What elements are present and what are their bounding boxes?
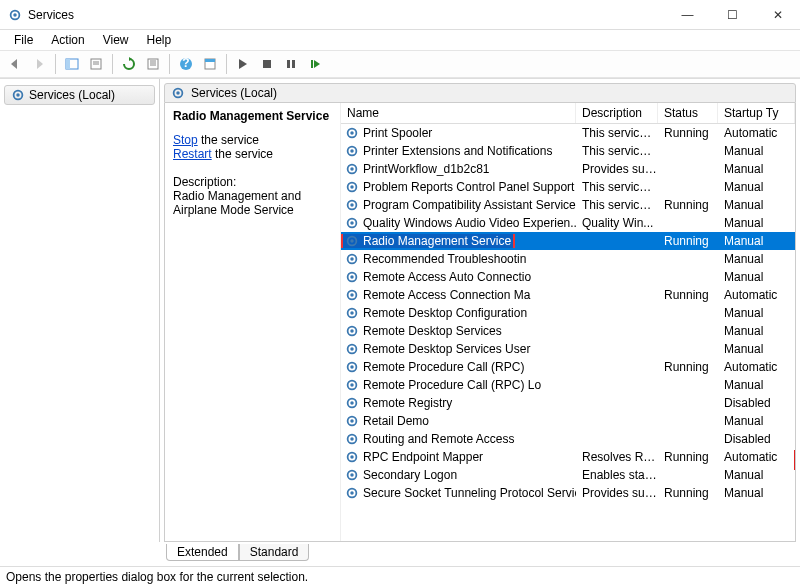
cell-status: Running bbox=[658, 360, 718, 374]
table-row[interactable]: Radio Management ServiceRunningManual bbox=[341, 232, 795, 250]
menu-view[interactable]: View bbox=[95, 31, 137, 49]
stop-service-button[interactable] bbox=[256, 53, 278, 75]
service-icon bbox=[345, 216, 359, 230]
table-row[interactable]: Quality Windows Audio Video Experien...Q… bbox=[341, 214, 795, 232]
window-title: Services bbox=[28, 8, 74, 22]
svg-point-17 bbox=[16, 93, 20, 97]
svg-point-21 bbox=[350, 131, 354, 135]
svg-point-35 bbox=[350, 257, 354, 261]
cell-name: Remote Desktop Configuration bbox=[363, 306, 527, 320]
service-icon bbox=[345, 324, 359, 338]
table-row[interactable]: Problem Reports Control Panel SupportThi… bbox=[341, 178, 795, 196]
table-row[interactable]: Print SpoolerThis service …RunningAutoma… bbox=[341, 124, 795, 142]
table-row[interactable]: Remote Desktop ConfigurationManual bbox=[341, 304, 795, 322]
tree-node-services-local[interactable]: Services (Local) bbox=[4, 85, 155, 105]
table-row[interactable]: Remote Access Connection MaRunningAutoma… bbox=[341, 286, 795, 304]
svg-point-1 bbox=[13, 13, 17, 17]
stop-service-link[interactable]: Stop bbox=[173, 133, 198, 147]
refresh-button[interactable] bbox=[118, 53, 140, 75]
service-table[interactable]: Print SpoolerThis service …RunningAutoma… bbox=[341, 124, 795, 541]
service-icon bbox=[345, 162, 359, 176]
minimize-button[interactable]: — bbox=[665, 1, 710, 29]
table-row[interactable]: PrintWorkflow_d1b2c81Provides sup...Manu… bbox=[341, 160, 795, 178]
help-button[interactable]: ? bbox=[175, 53, 197, 75]
restart-service-button[interactable] bbox=[304, 53, 326, 75]
show-hide-tree-button[interactable] bbox=[61, 53, 83, 75]
export-button[interactable] bbox=[85, 53, 107, 75]
svg-text:?: ? bbox=[182, 57, 189, 70]
cell-startup: Manual bbox=[718, 306, 795, 320]
tab-extended[interactable]: Extended bbox=[166, 544, 239, 561]
view-tabs: Extended Standard bbox=[166, 542, 796, 562]
svg-point-39 bbox=[350, 293, 354, 297]
table-row[interactable]: Program Compatibility Assistant ServiceT… bbox=[341, 196, 795, 214]
properties-button[interactable] bbox=[199, 53, 221, 75]
table-row[interactable]: Remote Procedure Call (RPC)RunningAutoma… bbox=[341, 358, 795, 376]
cell-description: This service … bbox=[576, 144, 658, 158]
svg-point-49 bbox=[350, 383, 354, 387]
stop-service-line: Stop the service bbox=[173, 133, 332, 147]
close-button[interactable]: ✕ bbox=[755, 1, 800, 29]
menu-action[interactable]: Action bbox=[43, 31, 92, 49]
table-row[interactable]: Remote Desktop ServicesManual bbox=[341, 322, 795, 340]
cell-name: Remote Desktop Services bbox=[363, 324, 502, 338]
svg-rect-14 bbox=[292, 60, 295, 68]
table-row[interactable]: Retail DemoManual bbox=[341, 412, 795, 430]
table-row[interactable]: Printer Extensions and NotificationsThis… bbox=[341, 142, 795, 160]
cell-name: Printer Extensions and Notifications bbox=[363, 144, 552, 158]
cell-name: Remote Access Auto Connectio bbox=[363, 270, 531, 284]
maximize-button[interactable]: ☐ bbox=[710, 1, 755, 29]
svg-point-43 bbox=[350, 329, 354, 333]
menu-file[interactable]: File bbox=[6, 31, 41, 49]
table-row[interactable]: Remote Access Auto ConnectioManual bbox=[341, 268, 795, 286]
col-startup-type[interactable]: Startup Ty bbox=[718, 103, 795, 123]
cell-description: Provides sup... bbox=[576, 486, 658, 500]
cell-name: PrintWorkflow_d1b2c81 bbox=[363, 162, 490, 176]
service-icon bbox=[345, 360, 359, 374]
description-label: Description: bbox=[173, 175, 332, 189]
start-service-button[interactable] bbox=[232, 53, 254, 75]
cell-startup: Automatic bbox=[718, 360, 795, 374]
svg-point-59 bbox=[350, 473, 354, 477]
svg-point-51 bbox=[350, 401, 354, 405]
table-row[interactable]: Recommended TroubleshootinManual bbox=[341, 250, 795, 268]
table-row[interactable]: Secure Socket Tunneling Protocol Service… bbox=[341, 484, 795, 502]
cell-name: Print Spooler bbox=[363, 126, 432, 140]
service-icon bbox=[345, 306, 359, 320]
menu-help[interactable]: Help bbox=[139, 31, 180, 49]
service-icon bbox=[345, 414, 359, 428]
table-row[interactable]: RPC Endpoint MapperResolves RP...Running… bbox=[341, 448, 795, 466]
restart-service-link[interactable]: Restart bbox=[173, 147, 212, 161]
cell-startup: Manual bbox=[718, 468, 795, 482]
table-row[interactable]: Secondary LogonEnables star...Manual bbox=[341, 466, 795, 484]
cell-name: Remote Procedure Call (RPC) bbox=[363, 360, 524, 374]
svg-rect-3 bbox=[66, 59, 70, 69]
cell-startup: Disabled bbox=[718, 396, 795, 410]
col-description[interactable]: Description bbox=[576, 103, 658, 123]
col-name[interactable]: Name bbox=[341, 103, 576, 123]
col-status[interactable]: Status bbox=[658, 103, 718, 123]
service-icon bbox=[345, 234, 359, 248]
cell-name: RPC Endpoint Mapper bbox=[363, 450, 483, 464]
pause-service-button[interactable] bbox=[280, 53, 302, 75]
table-row[interactable]: Routing and Remote AccessDisabled bbox=[341, 430, 795, 448]
cell-description: This service … bbox=[576, 198, 658, 212]
svg-point-55 bbox=[350, 437, 354, 441]
selected-service-name: Radio Management Service bbox=[173, 109, 332, 123]
table-row[interactable]: Remote RegistryDisabled bbox=[341, 394, 795, 412]
cell-description: Provides sup... bbox=[576, 162, 658, 176]
forward-button[interactable] bbox=[28, 53, 50, 75]
statusbar-text: Opens the properties dialog box for the … bbox=[6, 570, 308, 584]
service-icon bbox=[345, 378, 359, 392]
back-button[interactable] bbox=[4, 53, 26, 75]
cell-name: Radio Management Service bbox=[363, 234, 511, 248]
svg-point-45 bbox=[350, 347, 354, 351]
menubar: File Action View Help bbox=[0, 30, 800, 50]
table-row[interactable]: Remote Procedure Call (RPC) LoManual bbox=[341, 376, 795, 394]
export-list-button[interactable] bbox=[142, 53, 164, 75]
service-icon bbox=[345, 288, 359, 302]
tab-standard[interactable]: Standard bbox=[239, 544, 310, 561]
table-row[interactable]: Remote Desktop Services UserManual bbox=[341, 340, 795, 358]
svg-point-47 bbox=[350, 365, 354, 369]
cell-startup: Manual bbox=[718, 414, 795, 428]
